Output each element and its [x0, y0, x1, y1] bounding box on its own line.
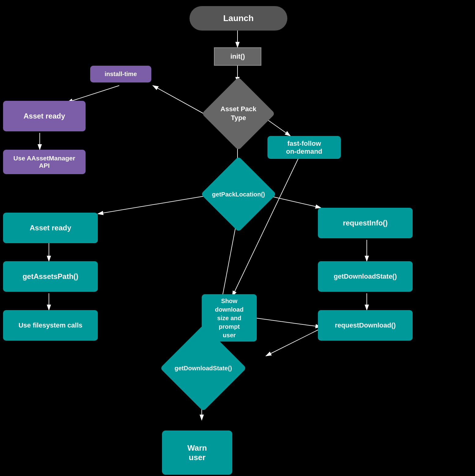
svg-line-16 [254, 318, 321, 327]
svg-line-5 [67, 86, 119, 102]
install-time-label: install-time [90, 66, 151, 82]
warn-user: Warnuser [162, 430, 232, 475]
request-info: requestInfo() [318, 208, 413, 238]
asset-ready-purple: Asset ready [3, 101, 86, 131]
use-filesystem-calls: Use filesystem calls [3, 310, 98, 341]
launch-node: Launch [190, 6, 287, 31]
asset-ready-teal: Asset ready [3, 213, 98, 243]
use-aasset-manager: Use AAssetManager API [3, 150, 86, 174]
get-assets-path: getAssetsPath() [3, 261, 98, 292]
init-node: init() [214, 47, 261, 66]
svg-line-14 [266, 328, 321, 356]
get-download-state-center-diamond: getDownloadState() [150, 341, 257, 396]
request-download: requestDownload() [318, 310, 413, 341]
fast-follow-label: fast-followon-demand [267, 136, 341, 159]
svg-line-8 [98, 196, 208, 214]
get-download-state-right: getDownloadState() [318, 261, 413, 292]
asset-pack-type-diamond: Asset PackType [196, 83, 281, 144]
get-pack-location-diamond: getPackLocation() [193, 167, 284, 222]
